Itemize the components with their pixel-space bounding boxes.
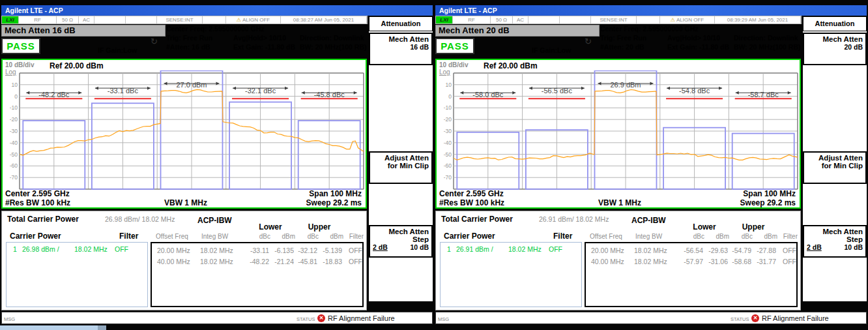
offset-table: 20.00 MHz 18.02 MHz -33.11 -6.135 -32.12… [151, 242, 364, 307]
svg-text:-30: -30 [10, 128, 18, 134]
coupling-indicator: AC [513, 16, 528, 23]
align-indicator: ⚠ALIGN OFF [660, 16, 715, 23]
screenshot-artifact [0, 325, 98, 330]
align-indicator: ⚠ALIGN OFF [226, 16, 281, 23]
carrier-bw-value: 18.02 MHz [74, 245, 115, 253]
lxi-indicator: LXI [436, 16, 453, 23]
scale-label: 10 dB/div [5, 61, 34, 68]
carrier-filter-value: OFF [549, 245, 581, 253]
window-title: Agilent LTE - ACP [435, 5, 867, 16]
lower-group-header: Lower [259, 222, 282, 232]
status-label: STATUS [731, 316, 749, 322]
msg-label: MSG [438, 316, 449, 322]
vbw-annotation: VBW 1 MHz [164, 198, 207, 207]
error-icon: ✕ [751, 314, 759, 322]
center-annotation: Center 2.595 GHz [5, 189, 70, 198]
impedance-indicator: 50 Ω [491, 16, 513, 23]
carrier-row: 1 26.91 dBm / 18.02 MHz OFF [441, 245, 581, 253]
table-row: 40.00 MHz 18.02 MHz -57.97 -31.06 -58.68… [586, 258, 796, 265]
screenshot-artifact [98, 325, 106, 330]
msg-label: MSG [4, 316, 15, 322]
svg-text:-32.1 dBc: -32.1 dBc [245, 87, 276, 95]
svg-text:-70: -70 [444, 174, 452, 181]
results-area: Total Carrier Power 26.98 dBm/ 18.02 MHz… [1, 211, 367, 310]
clock: 08:39:29 AM Jun 05, 2021 [715, 16, 801, 23]
atten-readout: #Atten: 20 dB [600, 43, 644, 51]
step-2db-option[interactable]: 2 dB [807, 243, 822, 251]
vbw-annotation: VBW 1 MHz [598, 198, 641, 207]
status-cell-empty [637, 16, 660, 23]
warning-icon: ⚠ [237, 17, 241, 23]
acp-ibw-label: ACP-IBW [197, 216, 232, 225]
impedance-indicator: 50 Ω [57, 16, 79, 23]
svg-text:-70: -70 [10, 174, 18, 181]
spectrum-display: 10 dB/div Log Ref 20.00 dBm 100-10-20-30… [1, 59, 367, 209]
bw-readout: BW: 20 MHz(100 RB) [300, 43, 367, 51]
rf-indicator: RF [453, 16, 491, 23]
center-freq-readout: Center Freq: 2.595000000 GHz [600, 25, 699, 33]
carrier-power-value: 26.98 dBm / [22, 245, 74, 253]
svg-text:-45.8 dBc: -45.8 dBc [314, 91, 345, 98]
carrier-index: 1 [7, 245, 22, 253]
sweep-annotation: Sweep 29.2 ms [740, 198, 796, 207]
mech-atten-softkey[interactable]: Mech Atten 20 dB [803, 33, 867, 65]
center-freq-readout: Center Freq: 2.595000000 GHz [166, 25, 265, 33]
status-cell-empty [126, 16, 157, 23]
ext-gain-readout: Ext Gain: -11.80 dB [667, 43, 729, 51]
ext-gain-readout: Ext Gain: -11.80 dB [233, 43, 295, 51]
total-carrier-power-value: 26.91 dBm/ 18.02 MHz [539, 215, 609, 223]
svg-text:26.9 dBm: 26.9 dBm [610, 81, 641, 89]
lxi-indicator: LXI [2, 16, 19, 23]
status-cell-empty [560, 16, 591, 23]
acp-ibw-label: ACP-IBW [631, 216, 666, 225]
spectrum-chart: 100-10-20-30-40-50-60-70-48.2 dBc-33.1 d… [3, 70, 366, 192]
svg-text:-10: -10 [10, 104, 18, 111]
carrier-power-header: Carrier Power [444, 232, 495, 241]
svg-text:-40: -40 [10, 140, 18, 146]
trigger-readout: Trig: Free Run [600, 34, 646, 42]
carrier-index: 1 [441, 245, 456, 253]
warning-icon: ⚠ [671, 17, 675, 23]
span-annotation: Span 100 MHz [743, 189, 796, 198]
rbw-annotation: #Res BW 100 kHz [5, 198, 70, 207]
offset-table-header: Offset Freq Integ BW dBc dBm dBc dBm Fil… [151, 233, 364, 240]
step-10db-option[interactable]: 10 dB [410, 243, 429, 251]
rf-indicator: RF [19, 16, 57, 23]
status-strip: LXI RF 50 Ω AC SENSE:INT ⚠ALIGN OFF 08:3… [1, 16, 368, 24]
adjust-atten-softkey[interactable]: Adjust Atten for Min Clip [803, 151, 867, 184]
mech-atten-softkey[interactable]: Mech Atten 16 dB [369, 33, 433, 65]
status-strip: LXI RF 50 Ω AC SENSE:INT ⚠ALIGN OFF 08:3… [435, 16, 802, 24]
message-status-bar: MSG STATUS ✕ RF Alignment Failure [435, 312, 867, 324]
upper-group-header: Upper [742, 222, 765, 232]
svg-text:-58.0 dBc: -58.0 dBc [472, 91, 504, 98]
scale-label: 10 dB/div [439, 61, 468, 68]
sense-indicator: SENSE:INT [157, 16, 203, 23]
analyzer-panel-right: Agilent LTE - ACP LXI RF 50 Ω AC SENSE:I… [434, 0, 868, 330]
carrier-power-header: Carrier Power [10, 232, 61, 241]
spectrum-chart: 100-10-20-30-40-50-60-70-58.0 dBc-56.5 d… [437, 70, 800, 192]
svg-text:10: 10 [12, 82, 18, 88]
carrier-power-value: 26.91 dBm / [456, 245, 508, 253]
analyzer-panel-left: Agilent LTE - ACP LXI RF 50 Ω AC SENSE:I… [0, 0, 434, 330]
svg-text:-33.1 dBc: -33.1 dBc [108, 87, 139, 95]
upper-group-header: Upper [308, 222, 331, 232]
carrier-table: 1 26.91 dBm / 18.02 MHz OFF [440, 242, 582, 307]
trigger-readout: Trig: Free Run [166, 34, 212, 42]
spectrum-display: 10 dB/div Log Ref 20.00 dBm 100-10-20-30… [435, 59, 801, 209]
step-10db-option[interactable]: 10 dB [844, 243, 863, 251]
svg-text:10: 10 [446, 82, 452, 88]
continuous-sweep-icon: ↻ [585, 37, 592, 46]
step-2db-option[interactable]: 2 dB [373, 243, 388, 251]
measurement-banner: Mech Atten 16 dB [1, 25, 166, 37]
mech-atten-step-softkey[interactable]: Mech Atten Step 2 dB 10 dB [803, 225, 867, 258]
ref-level-label: Ref 20.00 dBm [50, 61, 104, 70]
softkey-menu-title: Attenuation [369, 16, 433, 31]
total-carrier-power-label: Total Carrier Power [441, 215, 513, 224]
avg-hold-readout: Avg|Hold> 10/10 [233, 34, 286, 42]
mech-atten-step-softkey[interactable]: Mech Atten Step 2 dB 10 dB [369, 225, 433, 258]
svg-text:0: 0 [14, 93, 18, 100]
filter-header: Filter [119, 232, 138, 241]
status-cell-empty [528, 16, 560, 23]
adjust-atten-softkey[interactable]: Adjust Atten for Min Clip [369, 151, 433, 184]
softkey-column: Attenuation Mech Atten 20 dB Adjust Atte… [803, 16, 867, 301]
